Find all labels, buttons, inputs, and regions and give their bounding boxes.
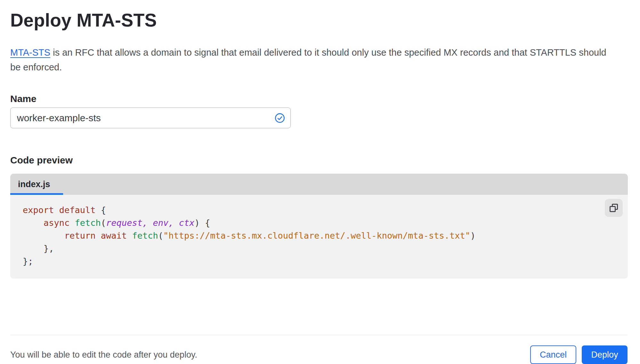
code-line: async fetch(request, env, ctx) { (23, 218, 210, 228)
code-line: }; (23, 256, 33, 266)
tab-label: index.js (18, 179, 50, 189)
code-line: return await fetch("https://mta-sts.mx.c… (23, 231, 475, 241)
code-token: ( (101, 218, 106, 228)
code-line: export default { (23, 205, 106, 215)
tab-index-js[interactable]: index.js (10, 174, 63, 195)
description-body: is an RFC that allows a domain to signal… (10, 47, 606, 72)
code-token: }; (23, 256, 33, 266)
page-title: Deploy MTA-STS (10, 10, 628, 31)
copy-code-button[interactable] (605, 199, 623, 217)
mta-sts-link[interactable]: MTA-STS (10, 47, 50, 58)
deploy-button[interactable]: Deploy (582, 345, 628, 364)
footer-row: You will be able to edit the code after … (10, 345, 628, 364)
code-token: "https://mta-sts.mx.cloudflare.net/.well… (163, 231, 470, 241)
name-input-wrap (10, 107, 291, 128)
code-token: fetch (132, 231, 158, 241)
spacer (10, 279, 628, 335)
code-preview-label: Code preview (10, 154, 628, 166)
code-token (23, 218, 44, 228)
code-token: ( (158, 231, 163, 241)
code-token: { (96, 205, 106, 215)
code-token: return await (64, 231, 127, 241)
code-content: export default { async fetch(request, en… (23, 204, 602, 268)
name-input[interactable] (10, 107, 291, 128)
code-tabbar: index.js (10, 174, 628, 195)
code-token: fetch (75, 218, 101, 228)
code-token: ) (470, 231, 475, 241)
code-token: }, (23, 243, 54, 253)
description-text: MTA-STS is an RFC that allows a domain t… (10, 45, 619, 75)
cancel-button[interactable]: Cancel (530, 345, 576, 364)
footer-note: You will be able to edit the code after … (10, 350, 197, 360)
code-token (69, 218, 75, 228)
code-token: request, env, ctx (106, 218, 194, 228)
code-preview-block: index.js export default { async fetch(re… (10, 174, 628, 279)
code-token: export default (23, 205, 96, 215)
name-label: Name (10, 93, 628, 105)
footer-divider (10, 335, 628, 335)
code-token (23, 231, 64, 241)
check-circle-icon (275, 113, 285, 123)
copy-icon (609, 203, 619, 213)
code-token: async (44, 218, 69, 228)
code-line: }, (23, 243, 54, 253)
code-token (127, 231, 132, 241)
code-area: export default { async fetch(request, en… (10, 195, 628, 279)
footer-actions: Cancel Deploy (530, 345, 628, 364)
deploy-mta-sts-page: Deploy MTA-STS MTA-STS is an RFC that al… (0, 0, 640, 364)
code-token: ) { (194, 218, 210, 228)
